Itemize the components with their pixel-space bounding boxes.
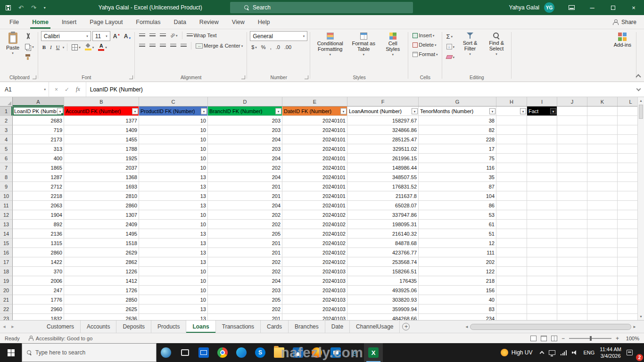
- cell-J18[interactable]: [557, 267, 587, 276]
- cell-H19[interactable]: [496, 276, 527, 286]
- cell-F10[interactable]: 211637.8: [347, 191, 419, 201]
- cell-I23[interactable]: [527, 314, 557, 320]
- sheet-tab-customers[interactable]: Customers: [41, 321, 81, 333]
- cell-G6[interactable]: 75: [419, 154, 496, 163]
- cell-F21[interactable]: 303820.93: [347, 295, 419, 304]
- cell-K15[interactable]: [587, 239, 618, 248]
- font-color-button[interactable]: A▾: [97, 43, 108, 51]
- cut-button[interactable]: [24, 32, 35, 41]
- cell-B5[interactable]: 1788: [64, 144, 139, 154]
- select-all-corner[interactable]: [0, 97, 13, 106]
- tab-page-layout[interactable]: Page Layout: [83, 15, 129, 29]
- cell-A9[interactable]: 2712: [13, 182, 64, 191]
- decrease-font-size-button[interactable]: A▾: [123, 32, 132, 41]
- cell-D16[interactable]: 201: [208, 248, 282, 257]
- row-header-23[interactable]: 23: [0, 314, 13, 320]
- cell-E12[interactable]: 20240102: [282, 210, 347, 220]
- cell-K6[interactable]: [587, 154, 618, 163]
- header-cell-B1[interactable]: AccountID FK (Number)▾: [64, 107, 139, 116]
- header-cell-C1[interactable]: ProductID FK (Number)▾: [139, 107, 208, 116]
- filter-button-icon[interactable]: ▾: [340, 108, 347, 114]
- copy-button[interactable]: ▾: [24, 42, 35, 51]
- chevron-down-icon[interactable]: ▾: [63, 46, 65, 49]
- cell-A10[interactable]: 2218: [13, 191, 64, 201]
- cell-C7[interactable]: 10: [139, 163, 208, 173]
- cell-F17[interactable]: 253568.74: [347, 257, 419, 267]
- cell-F22[interactable]: 359909.94: [347, 304, 419, 314]
- zoom-in-button[interactable]: +: [616, 335, 619, 342]
- scroll-up-icon[interactable]: ▲: [638, 97, 644, 104]
- header-cell-G1[interactable]: TenorMonths (Number)▾: [419, 107, 496, 116]
- cell-F3[interactable]: 324866.86: [347, 125, 419, 135]
- cell-J22[interactable]: [557, 304, 587, 314]
- cell-D20[interactable]: 203: [208, 286, 282, 295]
- borders-button[interactable]: ▾: [70, 43, 82, 51]
- cell-J16[interactable]: [557, 248, 587, 257]
- display-icon[interactable]: [549, 350, 555, 355]
- cell-G13[interactable]: 61: [419, 220, 496, 229]
- cell-C3[interactable]: 10: [139, 125, 208, 135]
- sort-filter-button[interactable]: Sort & Filter ▾: [458, 31, 482, 57]
- normal-view-button[interactable]: [530, 336, 537, 341]
- cell-A2[interactable]: 2683: [13, 116, 64, 125]
- firefox-icon[interactable]: [307, 343, 326, 362]
- horizontal-scrollbar[interactable]: ◄ ►: [465, 321, 644, 333]
- cell-D10[interactable]: 201: [208, 191, 282, 201]
- tab-review[interactable]: Review: [193, 15, 225, 29]
- cell-K7[interactable]: [587, 163, 618, 173]
- font-name-select[interactable]: Calibri▾: [41, 31, 91, 41]
- header-cell-H1[interactable]: ▾: [496, 107, 527, 116]
- cell-J19[interactable]: [557, 276, 587, 286]
- cell-E9[interactable]: 20240101: [282, 182, 347, 191]
- percent-style-button[interactable]: %: [260, 43, 267, 51]
- cell-G20[interactable]: 156: [419, 286, 496, 295]
- show-hidden-icons-icon[interactable]: [540, 351, 545, 356]
- cell-G19[interactable]: 218: [419, 276, 496, 286]
- scroll-right-icon[interactable]: ►: [633, 325, 636, 329]
- ribbon-display-options-button[interactable]: [561, 0, 582, 15]
- cell-K21[interactable]: [587, 295, 618, 304]
- sheet-nav-left-icon[interactable]: ◄: [0, 321, 8, 333]
- cell-G3[interactable]: 82: [419, 125, 496, 135]
- row-header-3[interactable]: 3: [0, 125, 13, 135]
- cell-B8[interactable]: 1368: [64, 173, 139, 182]
- cell-G11[interactable]: 86: [419, 201, 496, 210]
- row-header-12[interactable]: 12: [0, 210, 13, 220]
- cell-A19[interactable]: 2006: [13, 276, 64, 286]
- sheet-tab-branches[interactable]: Branches: [289, 321, 325, 333]
- cell-E2[interactable]: 20240101: [282, 116, 347, 125]
- cell-J23[interactable]: [557, 314, 587, 320]
- bold-button[interactable]: B: [41, 43, 47, 51]
- header-cell-D1[interactable]: BranchID FK (Number)▾: [208, 107, 282, 116]
- cell-D13[interactable]: 202: [208, 220, 282, 229]
- cell-A23[interactable]: 1832: [13, 314, 64, 320]
- cell-F9[interactable]: 176831.52: [347, 182, 419, 191]
- cell-D18[interactable]: 202: [208, 267, 282, 276]
- cell-B9[interactable]: 1693: [64, 182, 139, 191]
- cell-G16[interactable]: 111: [419, 248, 496, 257]
- cell-K2[interactable]: [587, 116, 618, 125]
- cell-D3[interactable]: 203: [208, 125, 282, 135]
- enter-icon[interactable]: ✓: [65, 86, 69, 93]
- maximize-button[interactable]: [603, 0, 623, 15]
- decrease-indent-button[interactable]: [169, 41, 178, 50]
- cell-B6[interactable]: 1925: [64, 154, 139, 163]
- zoom-out-button[interactable]: −: [561, 335, 565, 342]
- cell-I6[interactable]: [527, 154, 557, 163]
- top-align-button[interactable]: [138, 31, 147, 40]
- cell-H8[interactable]: [496, 173, 527, 182]
- cell-F18[interactable]: 158266.51: [347, 267, 419, 276]
- cell-A14[interactable]: 2136: [13, 229, 64, 239]
- cell-A18[interactable]: 370: [13, 267, 64, 276]
- underline-button[interactable]: U: [55, 43, 61, 51]
- cell-F5[interactable]: 329511.02: [347, 144, 419, 154]
- cell-B10[interactable]: 2810: [64, 191, 139, 201]
- clear-button[interactable]: ▾: [445, 53, 456, 61]
- filter-button-icon[interactable]: ▾: [550, 108, 556, 114]
- cell-A15[interactable]: 1315: [13, 239, 64, 248]
- cell-I3[interactable]: [527, 125, 557, 135]
- filter-button-icon[interactable]: ▾: [520, 108, 526, 114]
- cell-I10[interactable]: [527, 191, 557, 201]
- cell-G17[interactable]: 202: [419, 257, 496, 267]
- tab-home[interactable]: Home: [25, 15, 55, 29]
